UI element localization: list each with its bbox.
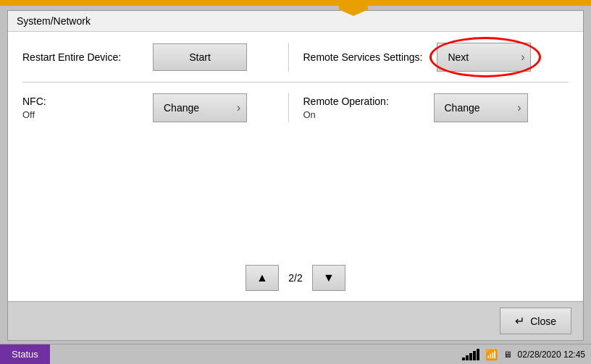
restart-label: Restart Entire Device:: [22, 51, 138, 63]
datetime-label: 02/28/2020 12:45: [518, 350, 585, 360]
bar-3: [469, 353, 472, 360]
status-right: 📶 🖥 02/28/2020 12:45: [462, 349, 591, 360]
bar-4: [473, 351, 476, 360]
bar-1: [462, 357, 465, 360]
nfc-label: NFC:: [22, 96, 138, 107]
page-indicator: 2/2: [285, 272, 306, 284]
signal-bars-icon: [462, 349, 479, 360]
start-button-label: Start: [189, 51, 211, 63]
nfc-arrow-icon: ›: [237, 101, 246, 114]
enter-icon: ↵: [515, 314, 524, 328]
window-bottom-bar: ↵ Close: [8, 301, 583, 340]
remote-op-label: Remote Operation:: [303, 96, 419, 107]
pagination: ▲ 2/2 ▼: [8, 258, 583, 301]
next-btn-wrapper: Next ›: [437, 43, 531, 72]
main-window: System/Network Restart Entire Device: St…: [7, 10, 584, 341]
page-down-button[interactable]: ▼: [312, 265, 345, 291]
top-bar: [0, 0, 591, 6]
right-section-2: Remote Operation: On Change ›: [288, 93, 569, 122]
status-label: Status: [0, 344, 50, 364]
right-section-1: Remote Services Settings: Next ›: [288, 43, 569, 72]
nfc-value: Off: [22, 109, 138, 120]
remote-op-label-group: Remote Operation: On: [303, 96, 419, 120]
status-bar: Status 📶 🖥 02/28/2020 12:45: [0, 344, 591, 364]
page-up-button[interactable]: ▲: [246, 265, 279, 291]
settings-row-2: NFC: Off Change › Remote Operation: On C…: [22, 82, 569, 133]
network-icon: 🖥: [503, 350, 512, 360]
remote-op-value: On: [303, 109, 419, 120]
nfc-change-button[interactable]: Change ›: [153, 93, 247, 122]
next-button[interactable]: Next ›: [437, 43, 531, 72]
left-section-2: NFC: Off Change ›: [22, 93, 288, 122]
remote-op-change-button[interactable]: Change ›: [434, 93, 528, 122]
nfc-change-button-label: Change: [154, 102, 199, 114]
settings-row-1: Restart Entire Device: Start Remote Serv…: [22, 32, 569, 82]
restart-label-group: Restart Entire Device:: [22, 51, 138, 63]
nfc-label-group: NFC: Off: [22, 96, 138, 120]
close-button-label: Close: [530, 316, 556, 327]
wifi-icon: 📶: [485, 349, 498, 360]
page-down-icon: ▼: [323, 271, 335, 284]
remote-op-change-label: Change: [435, 102, 480, 114]
remote-services-label: Remote Services Settings:: [303, 51, 423, 63]
left-section-1: Restart Entire Device: Start: [22, 43, 288, 71]
title-bar: System/Network: [8, 11, 583, 32]
remote-op-arrow-icon: ›: [517, 101, 527, 114]
window-title: System/Network: [17, 15, 91, 27]
rows-container: Restart Entire Device: Start Remote Serv…: [8, 32, 583, 258]
next-button-label: Next: [437, 51, 469, 63]
next-arrow-icon: ›: [521, 51, 530, 64]
close-button[interactable]: ↵ Close: [500, 308, 571, 334]
page-up-icon: ▲: [256, 271, 268, 284]
remote-services-label-group: Remote Services Settings:: [303, 51, 423, 63]
start-button[interactable]: Start: [153, 43, 247, 71]
content-area: Restart Entire Device: Start Remote Serv…: [8, 32, 583, 301]
bar-5: [477, 349, 479, 360]
bar-2: [466, 355, 469, 360]
